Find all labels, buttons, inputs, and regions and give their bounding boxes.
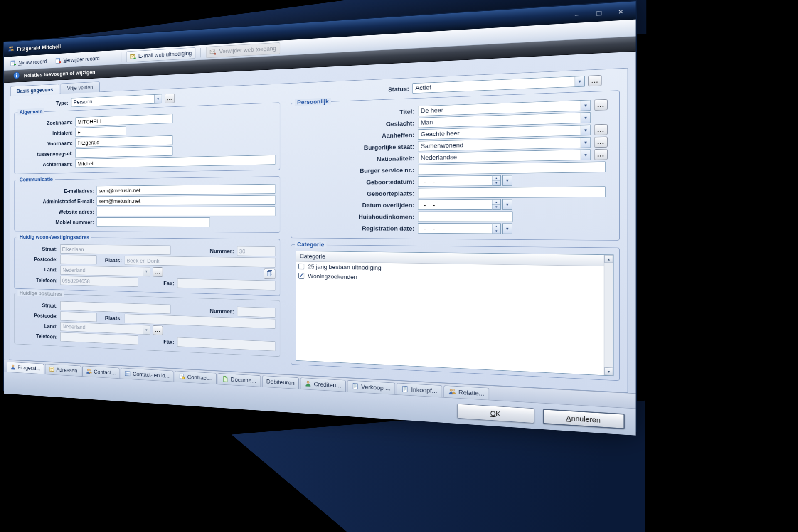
table-icon bbox=[125, 370, 131, 377]
burgerlijke-staat-combobox[interactable]: Samenwonend ▼ bbox=[418, 137, 591, 151]
nationaliteit-browse-button[interactable]: ... bbox=[594, 149, 608, 160]
ok-button[interactable]: OK bbox=[457, 404, 534, 423]
spin-down-icon[interactable]: ▼ bbox=[492, 229, 500, 234]
mobiel-input[interactable] bbox=[97, 217, 210, 227]
group-woonadres: Huidig woon-/vestigingsadres Straat: Num… bbox=[14, 237, 280, 296]
registration-date-spinner[interactable]: ▲ ▼ bbox=[492, 223, 501, 234]
email-web-invite-button[interactable]: E-mail web uitnodiging bbox=[126, 47, 195, 62]
toolbar-separator bbox=[201, 48, 201, 57]
registration-date-calendar-button[interactable]: ▼ bbox=[502, 223, 512, 234]
registration-date-input[interactable] bbox=[418, 223, 492, 234]
cancel-button[interactable]: Annuleren bbox=[543, 409, 625, 429]
geboortedatum-calendar-button[interactable]: ▼ bbox=[502, 175, 512, 186]
datum-overlijden-input[interactable] bbox=[418, 200, 492, 210]
geboortedatum-input[interactable] bbox=[418, 175, 492, 187]
remove-web-access-label: Verwijder web toegang bbox=[219, 45, 276, 55]
post-nummer-label: Nummer: bbox=[210, 307, 234, 315]
chevron-down-icon[interactable]: ▼ bbox=[581, 100, 590, 111]
group-categorie-title: Categorie bbox=[295, 241, 326, 248]
woon-postcode-input bbox=[60, 255, 97, 264]
scrollbar-track[interactable] bbox=[604, 263, 613, 367]
bottom-tab-label: Relatie... bbox=[458, 389, 484, 397]
category-checkbox-1[interactable]: ✓ bbox=[298, 273, 304, 279]
group-algemeen-title: Algemeen bbox=[17, 108, 44, 115]
scroll-down-button[interactable]: ▼ bbox=[604, 367, 613, 376]
voornaam-input[interactable] bbox=[75, 135, 172, 148]
invoice-icon bbox=[401, 385, 409, 393]
woon-fax-input bbox=[177, 278, 275, 291]
chevron-down-icon: ▼ bbox=[505, 227, 510, 231]
nationaliteit-combobox[interactable]: Nederlandse ▼ bbox=[418, 149, 591, 163]
woon-fax-label: Fax: bbox=[163, 280, 174, 286]
spin-up-icon[interactable]: ▲ bbox=[492, 176, 500, 181]
spin-up-icon[interactable]: ▲ bbox=[492, 224, 500, 229]
chevron-down-icon[interactable]: ▼ bbox=[581, 113, 590, 123]
chevron-down-icon: ▼ bbox=[505, 178, 510, 183]
zoeknaam-input[interactable] bbox=[75, 114, 172, 126]
spin-up-icon[interactable]: ▲ bbox=[492, 200, 500, 205]
datum-overlijden-calendar-button[interactable]: ▼ bbox=[502, 199, 512, 210]
new-record-button[interactable]: Nieuw record bbox=[7, 56, 50, 68]
chevron-down-icon[interactable]: ▼ bbox=[575, 76, 584, 87]
copy-address-button[interactable] bbox=[264, 268, 275, 279]
titel-browse-button[interactable]: ... bbox=[594, 99, 608, 111]
aanheffen-browse-button[interactable]: ... bbox=[594, 124, 608, 135]
maximize-button[interactable]: □ bbox=[591, 7, 607, 19]
tab-basis-gegevens[interactable]: Basis gegevens bbox=[10, 84, 59, 96]
administratief-email-input[interactable] bbox=[97, 195, 276, 205]
delete-record-button[interactable]: Verwijder record bbox=[52, 53, 103, 66]
close-button[interactable]: × bbox=[613, 5, 629, 17]
copy-icon bbox=[266, 270, 273, 278]
group-postadres: Huidige postadres Straat: Nummer: Postco… bbox=[14, 293, 280, 357]
check-icon: ✓ bbox=[299, 272, 304, 279]
scroll-up-button[interactable]: ▲ bbox=[604, 255, 613, 263]
chevron-down-icon[interactable]: ▼ bbox=[581, 138, 590, 148]
woon-land-combobox: Nederland ▼ bbox=[60, 265, 150, 276]
bottom-tab-label: Contact... bbox=[94, 369, 116, 376]
spin-down-icon[interactable]: ▼ bbox=[492, 205, 500, 209]
type-combobox[interactable]: Persoon ▼ bbox=[71, 94, 162, 107]
geboorteplaats-input[interactable] bbox=[418, 186, 606, 198]
group-persoonlijk-title: Persoonlijk bbox=[295, 98, 331, 106]
post-straat-label: Straat: bbox=[18, 301, 57, 309]
geboortedatum-spinner[interactable]: ▲ ▼ bbox=[492, 175, 501, 186]
woon-land-browse-button[interactable]: ... bbox=[153, 267, 163, 276]
status-combobox[interactable]: Actief ▼ bbox=[412, 76, 585, 94]
toolbar-separator bbox=[121, 52, 121, 62]
huishoudinkomen-input[interactable] bbox=[418, 211, 512, 222]
chevron-down-icon[interactable]: ▼ bbox=[581, 150, 590, 160]
status-value: Actief bbox=[413, 77, 574, 93]
minimize-button[interactable]: – bbox=[569, 8, 586, 20]
website-input[interactable] bbox=[97, 206, 276, 216]
post-land-browse-button[interactable]: ... bbox=[153, 325, 163, 335]
type-browse-button[interactable]: ... bbox=[165, 94, 175, 103]
dialog-header-title: Relaties toevoegen of wijzigen bbox=[24, 69, 95, 79]
tab-vrije-velden[interactable]: Vrije velden bbox=[61, 81, 100, 94]
chevron-down-icon[interactable]: ▼ bbox=[581, 125, 590, 135]
geboorteplaats-label: Geboorteplaats: bbox=[296, 190, 414, 197]
bottom-tab-label: Crediteu... bbox=[314, 381, 341, 389]
bsn-input[interactable] bbox=[418, 161, 606, 175]
basis-gegevens-panel: Type: Persoon ▼ ... Algemeen Zoeknaam: I… bbox=[9, 68, 628, 393]
bottom-tab-label: Fitzgeral... bbox=[17, 364, 40, 372]
categorie-scrollbar[interactable]: ▲ ▼ bbox=[604, 255, 613, 376]
datum-overlijden-spinner[interactable]: ▲ ▼ bbox=[492, 199, 501, 210]
bottom-tab-label: Contract... bbox=[187, 374, 212, 382]
post-fax-label: Fax: bbox=[163, 338, 174, 345]
app-icon bbox=[8, 45, 14, 53]
achternaam-label: Achternaam: bbox=[18, 160, 73, 167]
burgerlijke-staat-browse-button[interactable]: ... bbox=[594, 136, 608, 148]
post-telefoon-label: Telefoon: bbox=[18, 332, 57, 340]
emailadres-input[interactable] bbox=[97, 184, 276, 195]
tussenvoegsel-label: tussenvoegsel: bbox=[18, 150, 73, 158]
tussenvoegsel-input[interactable] bbox=[75, 146, 172, 158]
initialen-input[interactable] bbox=[75, 126, 126, 137]
post-plaats-label: Plaats: bbox=[105, 315, 122, 322]
person-icon bbox=[10, 364, 16, 370]
mobiel-label: Mobiel nummer: bbox=[18, 219, 94, 225]
maximize-icon: □ bbox=[596, 8, 601, 17]
status-browse-button[interactable]: ... bbox=[588, 75, 602, 87]
chevron-down-icon[interactable]: ▼ bbox=[154, 94, 162, 103]
category-checkbox-0[interactable]: ✓ bbox=[298, 264, 304, 269]
spin-down-icon[interactable]: ▼ bbox=[492, 181, 500, 185]
